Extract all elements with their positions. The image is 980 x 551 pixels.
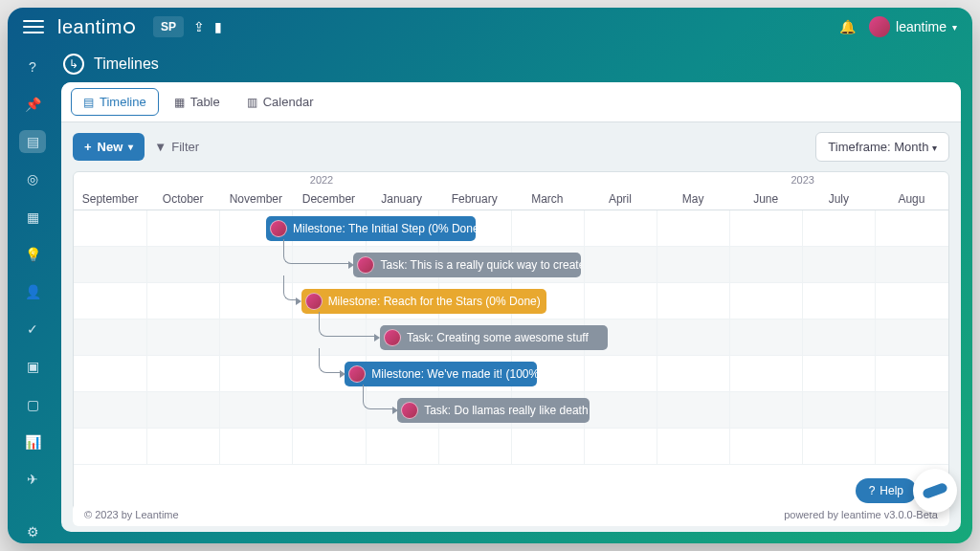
copyright: © 2023 by Leantime bbox=[84, 509, 179, 520]
new-button[interactable]: +New▾ bbox=[73, 133, 145, 161]
help-icon: ? bbox=[869, 484, 876, 497]
month-header: September bbox=[74, 192, 146, 206]
bulb-icon[interactable]: 💡 bbox=[19, 243, 46, 265]
filter-icon: ▼ bbox=[154, 140, 167, 154]
page-header: ↳ Timelines bbox=[61, 50, 961, 82]
month-header: Augu bbox=[875, 192, 947, 206]
share-icon[interactable]: ⇪ bbox=[193, 19, 205, 34]
tab-calendar[interactable]: ▥Calendar bbox=[235, 88, 325, 116]
bar-label: Milestone: The Initial Step (0% Done) bbox=[293, 222, 476, 235]
notifications-icon[interactable]: 🔔 bbox=[839, 19, 856, 34]
assignee-avatar bbox=[270, 220, 287, 237]
assignee-avatar bbox=[357, 256, 374, 274]
table-tab-icon: ▦ bbox=[174, 96, 185, 109]
target-icon[interactable]: ◎ bbox=[19, 168, 46, 190]
chevron-down-icon: ▾ bbox=[932, 143, 937, 153]
year-label: 2022 bbox=[310, 174, 333, 186]
help-button[interactable]: ?Help bbox=[856, 478, 917, 503]
footer: © 2023 by Leantime powered by leantime v… bbox=[73, 503, 949, 526]
assignee-avatar bbox=[348, 365, 366, 383]
month-header: July bbox=[802, 192, 875, 206]
calendar-tab-icon: ▥ bbox=[247, 96, 257, 109]
person-icon[interactable]: 👤 bbox=[19, 280, 46, 302]
chat-icon bbox=[922, 482, 948, 499]
month-header: November bbox=[219, 192, 292, 206]
month-header: April bbox=[584, 192, 657, 206]
user-menu[interactable]: leantime ▾ bbox=[869, 16, 957, 37]
sidebar: ? 📌 ▤ ◎ ▦ 💡 👤 ✓ ▣ ▢ 📊 ✈ ⚙ bbox=[8, 46, 57, 543]
send-icon[interactable]: ✈ bbox=[19, 469, 46, 491]
bar-label: Task: This is a really quick way to crea… bbox=[380, 258, 581, 272]
page-title: Timelines bbox=[94, 55, 159, 73]
gantt-bar[interactable]: Task: Creating some awesome stuff bbox=[380, 325, 608, 350]
gantt-bar[interactable]: Milestone: Reach for the Stars (0% Done) bbox=[301, 289, 546, 314]
month-header: May bbox=[657, 192, 729, 206]
brand-logo[interactable]: leantim bbox=[57, 16, 136, 38]
tasks-icon[interactable]: ✓ bbox=[19, 319, 46, 341]
chevron-down-icon: ▾ bbox=[128, 142, 133, 152]
assignee-avatar bbox=[401, 402, 418, 419]
assignee-avatar bbox=[305, 293, 323, 310]
avatar bbox=[869, 16, 890, 37]
project-badge[interactable]: SP bbox=[153, 16, 184, 37]
settings-icon[interactable]: ⚙ bbox=[19, 521, 46, 543]
user-name: leantime bbox=[896, 19, 947, 34]
report-icon[interactable]: 📊 bbox=[19, 430, 46, 452]
bar-label: Milestone: We've made it! (100% Done) bbox=[371, 367, 537, 381]
filter-button[interactable]: ▼Filter bbox=[154, 140, 199, 154]
gantt-bar[interactable]: Task: This is a really quick way to crea… bbox=[353, 253, 581, 277]
gantt-bar[interactable]: Task: Do llamas really like death metal? bbox=[397, 398, 590, 423]
board-icon[interactable]: ▦ bbox=[19, 206, 46, 228]
topbar: leantim SP ⇪ ▮ 🔔 leantime ▾ bbox=[8, 8, 972, 46]
month-header: December bbox=[292, 192, 365, 206]
menu-toggle[interactable] bbox=[23, 20, 44, 33]
bar-label: Task: Do llamas really like death metal? bbox=[424, 404, 590, 417]
page-icon: ↳ bbox=[63, 54, 84, 75]
timeline-icon[interactable]: ▤ bbox=[19, 130, 46, 152]
year-label: 2023 bbox=[791, 174, 813, 186]
tab-table[interactable]: ▦Table bbox=[163, 88, 232, 116]
timeframe-select[interactable]: Timeframe: Month ▾ bbox=[815, 132, 949, 162]
gantt-rows: Milestone: The Initial Step (0% Done)Tas… bbox=[74, 210, 948, 465]
chat-bubble[interactable] bbox=[913, 469, 957, 513]
month-header: March bbox=[511, 192, 584, 206]
top-icons: ⇪ ▮ bbox=[193, 19, 222, 34]
month-header: October bbox=[146, 192, 219, 206]
plus-icon: + bbox=[84, 140, 92, 154]
gantt-header: 20222023 SeptemberOctoberNovemberDecembe… bbox=[74, 172, 948, 210]
footer-right: powered by leantime v3.0.0-Beta bbox=[784, 509, 938, 520]
month-header: January bbox=[366, 192, 438, 206]
bar-label: Task: Creating some awesome stuff bbox=[407, 331, 589, 344]
assignee-avatar bbox=[384, 329, 401, 346]
tab-timeline[interactable]: ▤Timeline bbox=[71, 88, 159, 116]
bookmark-icon[interactable]: ▮ bbox=[214, 19, 222, 34]
content-card: ▤Timeline ▦Table ▥Calendar +New▾ ▼Filter… bbox=[61, 82, 961, 532]
month-header: June bbox=[729, 192, 802, 206]
folder-icon[interactable]: ▣ bbox=[19, 356, 46, 378]
timeline-tab-icon: ▤ bbox=[83, 96, 94, 109]
toolbar: +New▾ ▼Filter Timeframe: Month ▾ bbox=[61, 122, 961, 171]
doc-icon[interactable]: ▢ bbox=[19, 393, 46, 415]
app-window: leantim SP ⇪ ▮ 🔔 leantime ▾ ? 📌 ▤ ◎ ▦ 💡 … bbox=[8, 8, 972, 543]
view-tabs: ▤Timeline ▦Table ▥Calendar bbox=[61, 82, 961, 122]
main-content: ↳ Timelines ▤Timeline ▦Table ▥Calendar +… bbox=[57, 46, 972, 543]
help-circle-icon[interactable]: ? bbox=[19, 55, 46, 77]
month-header: February bbox=[438, 192, 511, 206]
chevron-down-icon: ▾ bbox=[952, 22, 957, 33]
pin-icon[interactable]: 📌 bbox=[19, 93, 46, 115]
gantt-chart[interactable]: 20222023 SeptemberOctoberNovemberDecembe… bbox=[73, 171, 949, 520]
bar-label: Milestone: Reach for the Stars (0% Done) bbox=[328, 295, 541, 308]
gantt-bar[interactable]: Milestone: We've made it! (100% Done) bbox=[345, 362, 537, 386]
gantt-bar[interactable]: Milestone: The Initial Step (0% Done) bbox=[266, 216, 476, 241]
